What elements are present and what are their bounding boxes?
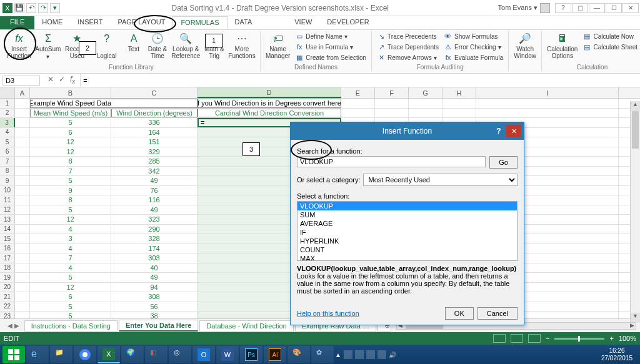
cell[interactable] <box>15 109 30 118</box>
row-header[interactable]: 23 <box>0 312 15 318</box>
user-name[interactable]: Tom Evans ▾ <box>498 3 550 13</box>
row-header[interactable]: 3 <box>0 118 15 127</box>
row-header[interactable]: 4 <box>0 128 15 137</box>
cell[interactable]: 38 <box>111 312 198 318</box>
cell[interactable]: 290 <box>111 225 198 234</box>
taskbar-excel-icon[interactable]: X <box>98 346 120 363</box>
evaluate-formula-button[interactable]: fxEvaluate Formula <box>442 52 504 62</box>
cell[interactable]: 308 <box>111 292 198 302</box>
cell[interactable] <box>15 283 30 292</box>
taskbar-outlook-icon[interactable]: O <box>192 346 215 363</box>
cell[interactable]: 5 <box>30 205 111 215</box>
cell[interactable]: 12 <box>30 147 111 157</box>
lookup-button[interactable]: 🔍Lookup & Reference <box>171 31 201 61</box>
formula-input[interactable]: = <box>80 74 640 87</box>
zoom-out-icon[interactable]: − <box>546 335 549 342</box>
cell[interactable]: 6 <box>30 292 111 302</box>
logical-button[interactable]: ?al Logical <box>92 31 121 61</box>
cell[interactable] <box>442 99 476 108</box>
col-b[interactable]: B <box>30 87 111 98</box>
row-header[interactable]: 6 <box>0 147 15 157</box>
name-box[interactable] <box>2 76 40 86</box>
create-from-selection-button[interactable]: ▦Create from Selection <box>294 52 368 62</box>
save-icon[interactable]: 💾 <box>14 3 24 13</box>
cell[interactable] <box>15 157 30 166</box>
cell[interactable]: 8 <box>30 195 111 205</box>
function-list[interactable]: VLOOKUPSUMAVERAGEIFHYPERLINKCOUNTMAX <box>297 201 518 261</box>
cell[interactable] <box>15 186 30 195</box>
cell[interactable] <box>15 312 30 318</box>
view-layout-icon[interactable] <box>511 334 523 343</box>
cell[interactable]: 5 <box>30 118 111 127</box>
cell[interactable] <box>15 137 30 147</box>
cell[interactable]: 328 <box>111 234 198 243</box>
cell[interactable] <box>15 215 30 224</box>
cell[interactable] <box>15 244 30 253</box>
row-header[interactable]: 12 <box>0 205 15 215</box>
cell[interactable] <box>15 302 30 312</box>
trace-dependents-button[interactable]: ↗Trace Dependents <box>376 42 440 52</box>
taskbar-word-icon[interactable]: W <box>216 346 239 363</box>
cell[interactable]: 5 <box>30 302 111 312</box>
cell[interactable]: 12 <box>30 283 111 292</box>
function-list-item[interactable]: IF <box>298 228 517 237</box>
view-break-icon[interactable] <box>528 334 541 343</box>
fx-fx-icon[interactable]: fx <box>70 75 75 85</box>
select-all-corner[interactable] <box>0 87 15 98</box>
go-button[interactable]: Go <box>489 156 518 169</box>
trace-precedents-button[interactable]: ↘Trace Precedents <box>376 31 440 41</box>
cell[interactable] <box>15 128 30 137</box>
row-header[interactable]: 20 <box>0 283 15 292</box>
taskbar-chrome-icon[interactable] <box>74 346 96 363</box>
help-icon[interactable]: ? <box>555 3 571 13</box>
more-functions-button[interactable]: ⋯More Functions <box>228 31 256 61</box>
cell[interactable]: 12 <box>30 215 111 224</box>
undo-icon[interactable]: ↶ <box>26 3 36 13</box>
cell[interactable] <box>15 273 30 282</box>
category-select[interactable]: Most Recently Used <box>363 174 518 186</box>
cell[interactable]: 6 <box>30 128 111 137</box>
function-list-item[interactable]: VLOOKUP <box>298 202 517 210</box>
cell[interactable] <box>442 109 476 118</box>
cell[interactable]: 49 <box>111 273 198 282</box>
cell[interactable] <box>476 99 619 108</box>
cell[interactable]: 76 <box>111 186 198 195</box>
name-manager-button[interactable]: 🏷Name Manager <box>264 31 291 61</box>
cell[interactable] <box>341 109 375 118</box>
calculate-sheet-button[interactable]: ▤Calculate Sheet <box>581 42 639 52</box>
tab-nav[interactable]: ◀ ▶ <box>4 322 23 329</box>
taskbar-clock[interactable]: 16:2627/02/2015 <box>596 347 638 362</box>
tray-icon[interactable] <box>355 350 364 359</box>
tab-formulas[interactable]: FORMULAS <box>172 16 227 29</box>
remove-arrows-button[interactable]: ✕Remove Arrows ▾ <box>376 52 440 62</box>
cell[interactable] <box>15 99 30 108</box>
tab-view[interactable]: VIEW <box>287 16 319 29</box>
system-tray[interactable]: ▲ 🔊 <box>335 350 396 359</box>
help-on-function-link[interactable]: Help on this function <box>297 310 359 317</box>
view-normal-icon[interactable] <box>493 334 506 343</box>
dialog-help-icon[interactable]: ? <box>492 125 505 137</box>
taskbar-paint-icon[interactable]: 🎨 <box>288 346 310 363</box>
cancel-button[interactable]: Cancel <box>478 307 518 320</box>
cell[interactable] <box>15 195 30 205</box>
cell[interactable]: 342 <box>111 167 198 176</box>
cell[interactable]: 303 <box>111 253 198 263</box>
function-list-item[interactable]: SUM <box>298 210 517 219</box>
cell[interactable]: 151 <box>111 137 198 147</box>
redo-icon[interactable]: ↷ <box>38 3 48 13</box>
fx-cancel-icon[interactable]: ✕ <box>48 75 54 85</box>
cell[interactable] <box>15 225 30 234</box>
tray-volume-icon[interactable]: 🔊 <box>389 352 396 358</box>
row-header[interactable]: 2 <box>0 109 15 118</box>
cell[interactable] <box>15 205 30 215</box>
cell[interactable]: 5 <box>30 312 111 318</box>
row-header[interactable]: 19 <box>0 273 15 282</box>
show-formulas-button[interactable]: 👁Show Formulas <box>442 31 504 41</box>
cell[interactable]: 4 <box>30 225 111 234</box>
use-in-formula-button[interactable]: fxUse in Formula ▾ <box>294 42 368 52</box>
cell[interactable]: 7 <box>30 253 111 263</box>
date-time-button[interactable]: 🕒Date & Time <box>147 31 168 61</box>
row-header[interactable]: 9 <box>0 176 15 185</box>
cell[interactable] <box>15 292 30 302</box>
tray-up-icon[interactable]: ▲ <box>335 352 341 358</box>
